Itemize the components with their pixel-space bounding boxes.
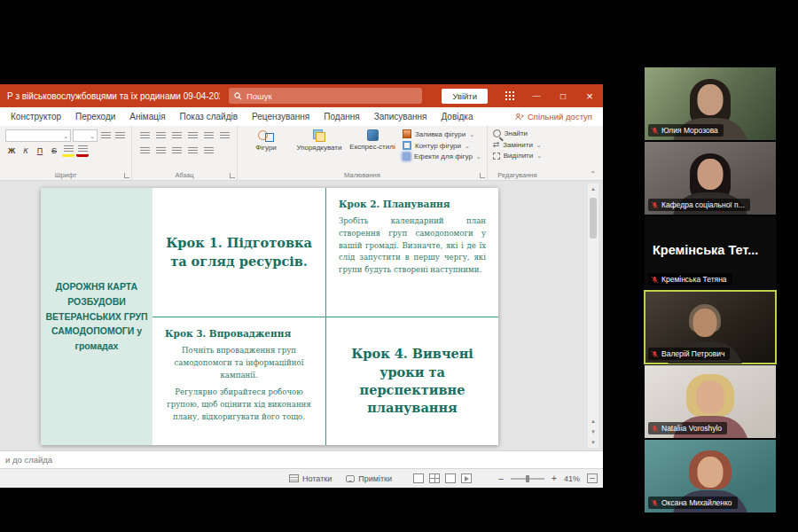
select-button[interactable]: Виділити (493, 152, 542, 160)
indent-increase-icon (188, 132, 198, 140)
tab-view[interactable]: Подання (317, 107, 366, 126)
reading-view-button[interactable] (445, 473, 456, 483)
font-name-select[interactable] (5, 129, 71, 142)
notes-panel[interactable]: и до слайда (0, 450, 603, 468)
arrange-button[interactable]: Упорядкувати (296, 129, 342, 160)
tab-review[interactable]: Рецензування (245, 107, 317, 126)
justify-button[interactable] (185, 145, 200, 157)
participant-display-name: Кремінська Тет... (653, 243, 758, 257)
maximize-button[interactable] (550, 84, 576, 107)
shape-effects-button[interactable]: Ефекти для фігур (403, 153, 481, 160)
step2-heading: Крок 2. Планування (339, 199, 486, 209)
notes-placeholder: и до слайда (5, 455, 52, 465)
sign-in-button[interactable]: Увійти (442, 89, 488, 104)
bold-button[interactable]: Ж (5, 145, 18, 157)
zoom-slider[interactable] (511, 478, 544, 480)
tab-slideshow[interactable]: Показ слайдів (173, 107, 246, 126)
decrease-font-size-button[interactable] (113, 129, 126, 142)
dialog-launcher-icon[interactable] (480, 173, 485, 178)
line-spacing-button[interactable] (201, 129, 215, 142)
align-center-button[interactable] (153, 145, 168, 157)
participant-name: Кремінська Тетяна (661, 275, 727, 284)
tab-transitions[interactable]: Переходи (68, 107, 122, 126)
increase-font-size-button[interactable] (99, 129, 112, 142)
slide-roadmap-title-box[interactable]: ДОРОЖНЯ КАРТА РОЗБУДОВИ ВЕТЕРАНСЬКИХ ГРУ… (41, 188, 153, 445)
align-left-button[interactable] (137, 145, 152, 157)
participant-tile[interactable]: Оксана Михайленко (645, 440, 776, 512)
italic-button[interactable]: К (20, 145, 32, 157)
slide-editor-area: ДОРОЖНЯ КАРТА РОЗБУДОВИ ВЕТЕРАНСЬКИХ ГРУ… (0, 181, 603, 450)
apps-grid-icon[interactable] (497, 84, 523, 107)
participant-tile[interactable]: Юлия Морозова (645, 67, 776, 140)
collapse-ribbon-icon[interactable] (583, 168, 603, 180)
dialog-launcher-icon[interactable] (230, 173, 235, 178)
shape-outline-button[interactable]: Контур фігури (403, 141, 481, 150)
font-color-button[interactable] (76, 145, 89, 157)
mic-muted-icon (651, 201, 659, 209)
find-button[interactable]: Знайти (493, 129, 542, 137)
text-highlight-button[interactable] (62, 145, 74, 157)
slide-canvas[interactable]: ДОРОЖНЯ КАРТА РОЗБУДОВИ ВЕТЕРАНСЬКИХ ГРУ… (41, 188, 498, 445)
arrange-label: Упорядкувати (296, 144, 341, 152)
comments-toggle-button[interactable]: Примітки (339, 474, 399, 483)
shrink-font-icon (115, 132, 125, 140)
tab-animations[interactable]: Анімація (122, 107, 172, 126)
scrollbar-thumb[interactable] (590, 198, 597, 239)
scroll-down-icon[interactable] (588, 437, 598, 448)
search-box[interactable] (229, 88, 422, 104)
next-slide-button[interactable] (588, 426, 598, 437)
tab-help[interactable]: Довідка (434, 107, 480, 126)
fit-slide-to-window-button[interactable] (587, 473, 598, 483)
scroll-up-icon[interactable] (588, 184, 598, 194)
normal-view-button[interactable] (413, 473, 424, 483)
editing-group-label: Редагування (488, 171, 547, 179)
quick-styles-button[interactable]: Експрес-стилі (349, 129, 395, 160)
participant-tile[interactable]: Nataliia Voroshylo (645, 365, 776, 438)
tab-record[interactable]: Записування (367, 107, 434, 126)
participant-name: Кафедра соціальної п... (661, 200, 745, 209)
indent-increase-button[interactable] (185, 129, 200, 142)
slide-step1-cell[interactable]: Крок 1. Підготовка та огляд ресурсів. (153, 188, 325, 317)
quick-styles-icon (367, 129, 379, 141)
participant-tile-active-speaker[interactable]: Валерій Петрович (645, 291, 776, 364)
close-button[interactable] (576, 84, 603, 107)
strikethrough-button[interactable]: S (48, 145, 60, 157)
participant-name-tag: Кафедра соціальної п... (648, 199, 750, 211)
zoom-out-button[interactable] (496, 473, 506, 483)
notes-toggle-button[interactable]: Нотатки (282, 474, 339, 483)
text-direction-button[interactable] (217, 129, 231, 142)
slideshow-button[interactable] (461, 473, 472, 483)
zoom-slider-thumb[interactable] (526, 475, 529, 482)
share-person-icon (515, 113, 524, 121)
columns-button[interactable] (201, 145, 215, 157)
slide-scrollbar[interactable] (588, 184, 598, 448)
participant-tile[interactable]: Кремінська Тет... Кремінська Тетяна (645, 216, 776, 289)
font-group-label: Шрифт (0, 171, 131, 179)
step4-heading: Крок 4. Вивчені уроки та перспективне пл… (339, 345, 486, 417)
grow-font-icon (101, 132, 111, 140)
previous-slide-button[interactable] (588, 416, 598, 426)
shape-effects-label: Ефекти для фігур (414, 153, 473, 160)
participant-tile[interactable]: Кафедра соціальної п... (645, 142, 776, 215)
share-button[interactable]: Спільний доступ (515, 112, 603, 121)
font-size-select[interactable] (73, 129, 98, 142)
dialog-launcher-icon[interactable] (124, 173, 129, 178)
slide-step3-cell[interactable]: Крок 3. Впровадження Почніть впровадженн… (153, 317, 325, 445)
slide-step4-cell[interactable]: Крок 4. Вивчені уроки та перспективне пл… (325, 317, 498, 445)
slide-sorter-view-button[interactable] (429, 473, 440, 483)
search-input[interactable] (246, 91, 417, 101)
underline-button[interactable]: П (34, 145, 46, 157)
zoom-in-button[interactable] (549, 473, 559, 483)
shape-fill-button[interactable]: Заливка фігури (403, 129, 481, 138)
shapes-button[interactable]: Фігури (243, 129, 289, 160)
indent-decrease-button[interactable] (169, 129, 184, 142)
numbering-button[interactable] (153, 129, 168, 142)
step2-body: Зробіть календарний план створення груп … (339, 215, 486, 277)
bullets-button[interactable] (137, 129, 152, 142)
slide-step2-cell[interactable]: Крок 2. Планування Зробіть календарний п… (325, 188, 498, 317)
align-right-button[interactable] (169, 145, 184, 157)
replace-button[interactable]: Замінити (493, 140, 542, 149)
replace-icon (493, 140, 500, 149)
minimize-button[interactable] (523, 84, 550, 107)
tab-design[interactable]: Конструктор (4, 107, 68, 126)
